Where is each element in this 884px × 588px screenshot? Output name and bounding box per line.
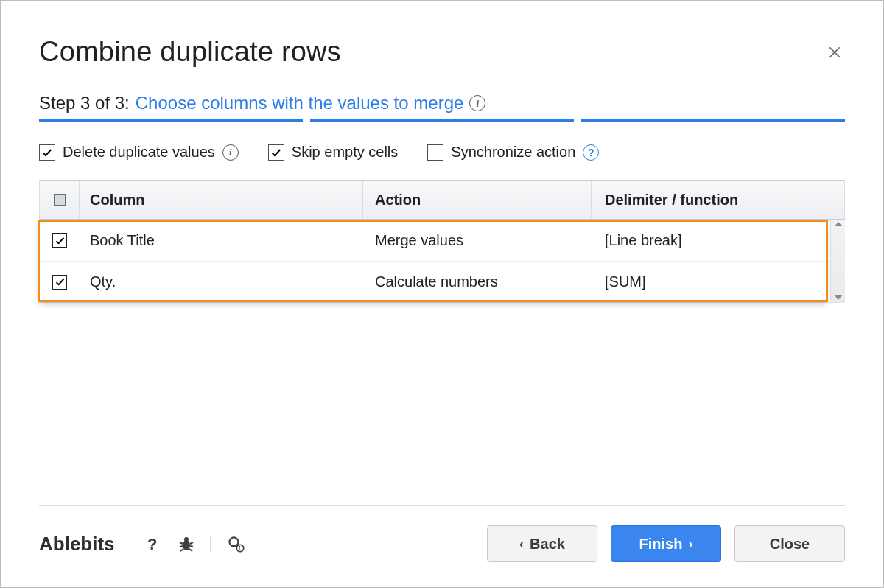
svg-line-7: [180, 546, 183, 547]
table-header-column[interactable]: Column: [80, 181, 363, 219]
checkbox-synchronize-action[interactable]: [427, 144, 443, 161]
footer-tool-icons: ?: [144, 535, 211, 553]
option-label: Synchronize action: [451, 144, 575, 161]
combine-duplicate-rows-dialog: Combine duplicate rows Step 3 of 3: Choo…: [0, 0, 884, 588]
help-icon[interactable]: ?: [583, 144, 599, 161]
select-all-checkbox[interactable]: [54, 194, 66, 206]
step-progress: [39, 119, 845, 122]
svg-point-11: [229, 537, 238, 546]
table-header-action[interactable]: Action: [363, 181, 592, 219]
svg-text:?: ?: [147, 535, 157, 553]
option-delete-duplicate-values: Delete duplicate values i: [39, 144, 239, 161]
table-header-delimiter[interactable]: Delimiter / function: [592, 181, 845, 219]
close-icon[interactable]: [824, 42, 845, 63]
table-body: Book Title Merge values [Line break] Qty…: [40, 220, 845, 303]
row-column-name: Qty.: [80, 273, 363, 290]
back-button[interactable]: ‹ Back: [487, 525, 597, 562]
options-row: Delete duplicate values i Skip empty cel…: [39, 144, 845, 161]
chevron-right-icon: ›: [688, 536, 692, 552]
scroll-up-icon[interactable]: [835, 222, 842, 226]
svg-line-9: [180, 549, 183, 551]
svg-point-3: [183, 540, 190, 550]
dialog-footer: Ablebits ?: [39, 505, 845, 562]
button-label: Back: [530, 536, 565, 553]
checkbox-delete-duplicate-values[interactable]: [39, 144, 55, 161]
row-action[interactable]: Calculate numbers: [363, 273, 592, 290]
bug-icon[interactable]: [178, 535, 195, 553]
step-indicator: Step 3 of 3: Choose columns with the val…: [39, 93, 845, 113]
scroll-down-icon[interactable]: [835, 295, 842, 300]
row-checkbox[interactable]: [52, 233, 67, 248]
table-row[interactable]: Qty. Calculate numbers [SUM]: [40, 261, 845, 302]
progress-segment-3: [581, 119, 845, 122]
option-label: Skip empty cells: [292, 144, 399, 161]
row-column-name: Book Title: [80, 232, 363, 249]
row-delimiter[interactable]: [Line break]: [592, 232, 845, 249]
svg-line-6: [190, 542, 193, 544]
dialog-title: Combine duplicate rows: [39, 36, 341, 68]
option-label: Delete duplicate values: [63, 144, 215, 161]
step-description: Choose columns with the values to merge: [136, 93, 464, 113]
title-row: Combine duplicate rows: [39, 36, 845, 68]
info-icon[interactable]: i: [469, 95, 485, 111]
button-label: Finish: [639, 536, 683, 553]
chevron-left-icon: ‹: [519, 536, 524, 552]
progress-segment-1: [39, 119, 303, 122]
finish-button[interactable]: Finish ›: [611, 525, 721, 562]
close-button[interactable]: Close: [734, 525, 845, 562]
row-delimiter[interactable]: [SUM]: [592, 273, 845, 290]
table-header-checkbox-cell: [40, 181, 80, 219]
step-prefix: Step 3 of 3:: [39, 93, 130, 113]
table-row[interactable]: Book Title Merge values [Line break]: [40, 220, 845, 261]
row-action[interactable]: Merge values: [363, 232, 592, 249]
vertical-scrollbar[interactable]: [830, 220, 845, 302]
find-info-icon[interactable]: i: [227, 535, 245, 553]
svg-line-8: [190, 546, 193, 547]
table-header-row: Column Action Delimiter / function: [40, 180, 845, 220]
checkbox-skip-empty-cells[interactable]: [268, 144, 284, 161]
info-icon[interactable]: i: [222, 144, 239, 161]
button-label: Close: [770, 536, 810, 553]
svg-point-4: [184, 537, 189, 542]
svg-line-5: [180, 542, 183, 544]
option-skip-empty-cells: Skip empty cells: [268, 144, 399, 161]
help-question-icon[interactable]: ?: [144, 535, 161, 553]
brand-logo: Ablebits: [39, 533, 130, 556]
option-synchronize-action: Synchronize action ?: [427, 144, 599, 161]
row-checkbox[interactable]: [52, 275, 67, 290]
progress-segment-2: [310, 119, 574, 122]
svg-line-10: [189, 549, 192, 551]
columns-table: Column Action Delimiter / function Book …: [39, 180, 845, 303]
